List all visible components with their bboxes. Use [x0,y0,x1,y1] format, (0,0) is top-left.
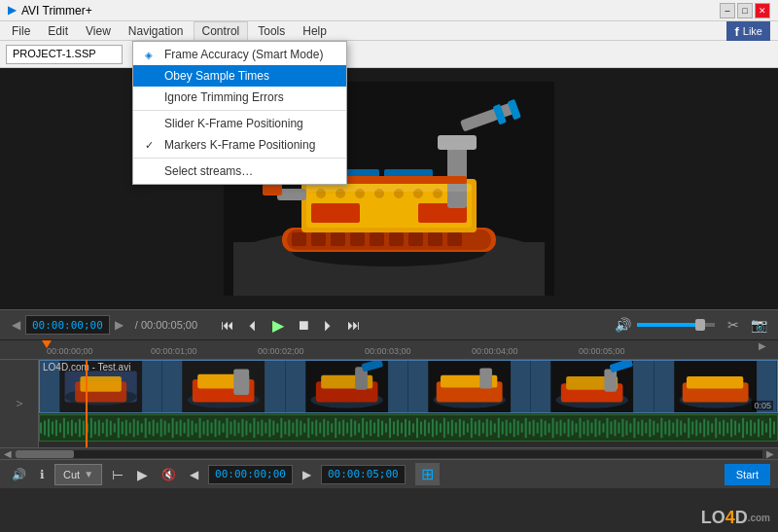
step-fwd-button[interactable]: ⏵ [318,314,339,336]
svg-rect-239 [695,420,697,437]
dropdown-item-frame-accuracy[interactable]: ◈ Frame Accuracy (Smart Mode) [133,44,346,65]
timecode1-display[interactable]: 00:00:00;00 [208,465,293,484]
nav-next-button[interactable]: ▶ [112,318,127,332]
scroll-track[interactable] [16,450,762,458]
svg-rect-235 [680,421,682,436]
prev-frame-button[interactable]: ◀ [186,468,202,481]
ruler-mark-5: 00:00:05;00 [579,340,625,360]
svg-rect-28 [438,135,477,150]
svg-rect-180 [467,423,469,432]
minimize-button[interactable]: – [720,3,735,18]
timecode2-display[interactable]: 00:00:05;00 [321,465,406,484]
menu-tools[interactable]: Tools [250,21,293,41]
svg-rect-12 [408,232,423,246]
svg-rect-214 [598,421,600,436]
timecode-display[interactable]: 00:00:00;00 [25,315,110,335]
dropdown-item-obey-sample[interactable]: Obey Sample Times [133,65,346,87]
scroll-right-button[interactable]: ▶ [764,448,776,459]
fb-like-button[interactable]: f Like [726,21,770,41]
svg-rect-228 [653,421,654,436]
svg-rect-113 [207,420,209,437]
play-button[interactable]: ▶ [267,314,289,336]
svg-rect-217 [610,422,612,435]
dropdown-item-select-streams[interactable]: Select streams… [133,160,346,182]
svg-rect-86 [102,422,104,433]
scroll-left-button[interactable]: ◀ [2,448,14,459]
marker-out-button[interactable]: ▶ [133,467,152,482]
menu-control[interactable]: Control [194,21,249,41]
speaker-icon[interactable]: 🔊 [8,468,30,481]
svg-rect-241 [703,419,705,438]
menubar: File Edit View Navigation Control Tools … [0,21,778,41]
svg-rect-89 [114,423,116,432]
menu-file[interactable]: File [4,21,38,41]
mute-button[interactable]: 🔇 [158,468,180,481]
svg-rect-11 [389,232,404,246]
svg-rect-252 [746,422,748,435]
track-duration: 0:05 [752,401,773,410]
menu-edit[interactable]: Edit [40,21,76,41]
go-end-button[interactable]: ⏭ [343,314,365,336]
obey-sample-label: Obey Sample Times [164,69,269,83]
marker-in-button[interactable]: ⊢ [108,467,127,482]
menu-navigation[interactable]: Navigation [121,21,192,41]
dropdown-item-markers-kframe[interactable]: ✓ Markers K-Frame Positioning [133,134,346,156]
close-button[interactable]: ✕ [755,3,770,18]
lo4d-domain: .com [748,513,770,523]
track-label: V [0,360,39,447]
maximize-button[interactable]: □ [737,3,753,18]
stop-button[interactable]: ⏹ [293,314,314,336]
svg-rect-140 [311,422,313,435]
svg-rect-37 [306,184,472,192]
info-icon[interactable]: ℹ [36,468,49,481]
dropdown-item-ignore-trimming[interactable]: Ignore Trimming Errors [133,87,346,108]
svg-rect-203 [556,422,558,435]
lo4d-prefix: LO [701,508,725,528]
nav-prev-button[interactable]: ◀ [8,318,23,332]
volume-icon[interactable]: 🔊 [615,317,631,333]
thumb-svg-3 [286,361,407,412]
cut-dropdown-arrow: ▼ [84,469,93,479]
timeline-scrollbar[interactable]: ◀ ▶ [0,447,778,459]
svg-rect-197 [533,420,535,437]
video-track[interactable]: 0:05 [39,360,778,413]
camera-icon[interactable]: 📷 [748,317,770,333]
svg-rect-198 [537,422,539,433]
svg-rect-142 [319,422,321,433]
dropdown-item-slider-kframe[interactable]: Slider K-Frame Positioning [133,113,346,134]
go-start-button[interactable]: ⏮ [217,314,238,336]
timecode-nav: ◀ 00:00:00;00 ▶ [8,315,127,335]
svg-rect-182 [475,422,477,435]
svg-rect-145 [331,423,333,432]
extra-button[interactable]: ⊞ [415,463,440,485]
track-content[interactable]: LO4D.com - Test.avi [39,360,778,447]
step-back-button[interactable]: ⏴ [242,314,264,336]
svg-rect-96 [141,423,143,432]
ruler-label-4: 00:00:04;00 [472,346,518,358]
svg-rect-9 [350,232,365,246]
svg-rect-254 [754,422,756,433]
thumb-strip-5 [531,361,654,412]
volume-handle[interactable] [695,319,705,331]
svg-rect-218 [614,420,616,437]
svg-rect-207 [572,421,574,436]
svg-rect-63 [605,369,618,391]
titlebar-controls[interactable]: – □ ✕ [720,3,770,18]
svg-rect-209 [580,418,582,438]
menu-view[interactable]: View [78,21,119,41]
volume-slider[interactable] [637,323,715,327]
project-name-field[interactable]: PROJECT-1.SSP [6,45,123,64]
svg-rect-105 [176,422,178,435]
svg-rect-226 [645,422,647,433]
svg-rect-156 [373,422,375,433]
svg-rect-221 [625,421,627,436]
scroll-thumb[interactable] [16,450,74,458]
audio-track[interactable] [39,414,778,442]
start-button[interactable]: Start [725,464,770,485]
svg-rect-47 [234,369,250,395]
menu-help[interactable]: Help [295,21,335,41]
svg-rect-117 [223,423,225,432]
next-frame-button[interactable]: ▶ [299,468,315,481]
scissors-icon[interactable]: ✂ [725,317,742,333]
cut-dropdown[interactable]: Cut ▼ [54,464,102,485]
